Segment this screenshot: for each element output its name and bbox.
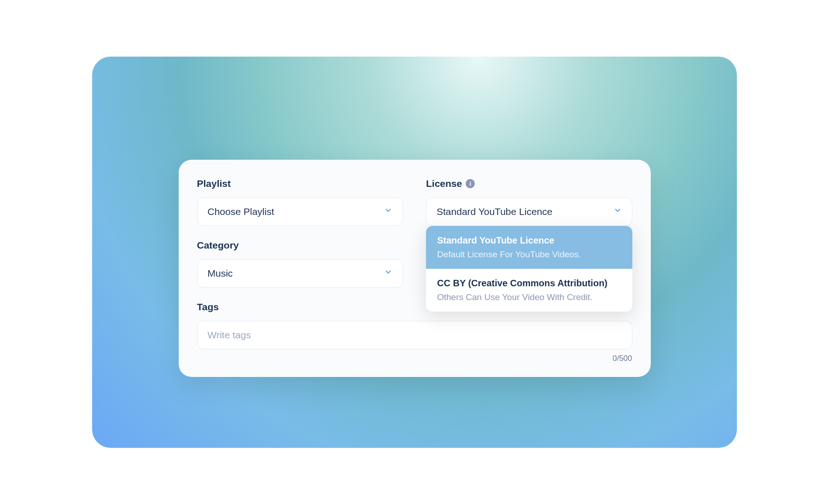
license-select[interactable]: Standard YouTube Licence <box>426 197 632 226</box>
chevron-down-icon <box>384 268 392 278</box>
license-option-title: CC BY (Creative Commons Attribution) <box>437 278 621 289</box>
tags-counter: 0/500 <box>197 354 632 363</box>
tags-placeholder: Write tags <box>208 330 251 340</box>
background-panel: Playlist Choose Playlist License i Stand… <box>92 57 737 448</box>
playlist-label: Playlist <box>197 178 403 189</box>
category-field: Category Music <box>197 240 403 288</box>
chevron-down-icon <box>613 206 622 217</box>
license-option-ccby[interactable]: CC BY (Creative Commons Attribution) Oth… <box>426 269 632 312</box>
category-select-value: Music <box>208 268 233 279</box>
tags-input[interactable]: Write tags <box>197 321 632 349</box>
license-option-standard[interactable]: Standard YouTube Licence Default License… <box>426 226 632 269</box>
info-icon[interactable]: i <box>466 179 475 188</box>
license-select-value: Standard YouTube Licence <box>437 206 552 217</box>
playlist-select[interactable]: Choose Playlist <box>197 197 403 226</box>
chevron-down-icon <box>384 206 392 217</box>
license-option-desc: Default License For YouTube Videos. <box>437 249 621 260</box>
license-option-title: Standard YouTube Licence <box>437 235 621 246</box>
license-label-text: License <box>426 178 462 189</box>
license-option-desc: Others Can Use Your Video With Credit. <box>437 292 621 302</box>
form-card: Playlist Choose Playlist License i Stand… <box>179 160 651 377</box>
license-dropdown: Standard YouTube Licence Default License… <box>426 226 632 312</box>
playlist-field: Playlist Choose Playlist <box>197 178 403 226</box>
form-grid: Playlist Choose Playlist License i Stand… <box>197 178 632 363</box>
license-field: License i Standard YouTube Licence Stand… <box>426 178 632 226</box>
playlist-select-value: Choose Playlist <box>208 206 274 217</box>
category-label: Category <box>197 240 403 251</box>
category-select[interactable]: Music <box>197 259 403 288</box>
license-label: License i <box>426 178 632 189</box>
